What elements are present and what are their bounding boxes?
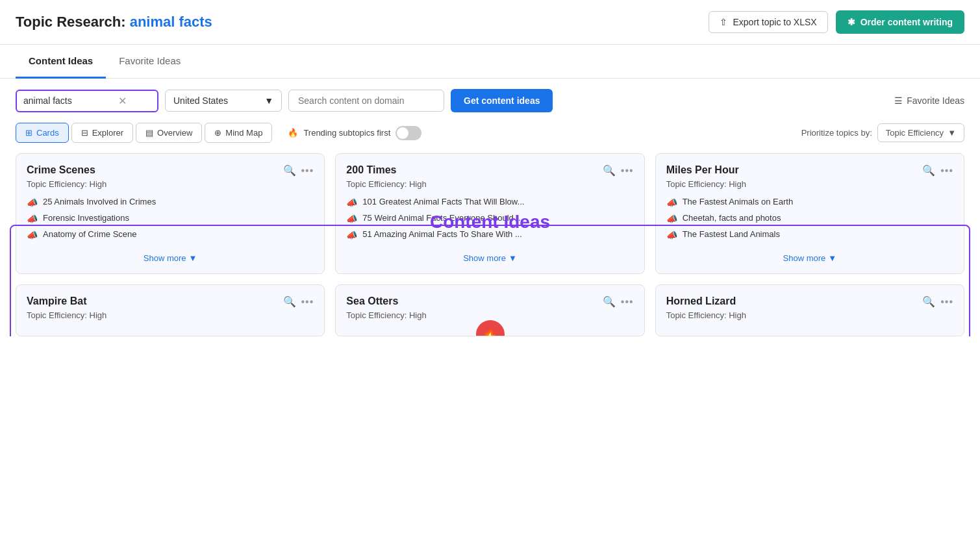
card-header: Sea Otters 🔍 ••• [346, 295, 633, 308]
view-toolbar: ⊞ Cards ⊟ Explorer ▤ Overview ⊕ Mind Map… [0, 123, 980, 153]
keyword-input[interactable] [23, 95, 114, 106]
chevron-down-icon: ▼ [264, 95, 273, 106]
layout-icon: ▤ [145, 128, 153, 138]
mindmap-icon: ⊕ [214, 128, 221, 138]
header-actions: ⇧ Export topic to XLSX ✱ Order content w… [709, 10, 964, 34]
table-icon: ⊟ [81, 128, 88, 138]
card-actions: 🔍 ••• [603, 164, 634, 177]
more-icon[interactable]: ••• [940, 165, 953, 177]
tab-favorite-ideas[interactable]: Favorite Ideas [106, 45, 194, 79]
card-actions: 🔍 ••• [922, 164, 953, 177]
card-actions: 🔍 ••• [922, 295, 953, 308]
card-items: 📣 25 Animals Involved in Crimes 📣 Forens… [27, 197, 314, 240]
view-explorer-button[interactable]: ⊟ Explorer [71, 123, 133, 143]
card-title: 200 Times [346, 164, 396, 176]
show-more-button[interactable]: Show more ▼ [346, 253, 633, 263]
list-item: 📣 75 Weird Animal Facts Everyone Should … [346, 213, 633, 224]
show-more-button[interactable]: Show more ▼ [666, 253, 953, 263]
favorite-ideas-button[interactable]: ☰ Favorite Ideas [894, 95, 964, 106]
list-item: 📣 The Fastest Land Animals [666, 229, 953, 240]
card-header: Crime Scenes 🔍 ••• [27, 164, 314, 177]
card-title: Sea Otters [346, 295, 398, 307]
list-item: 📣 51 Amazing Animal Facts To Share With … [346, 229, 633, 240]
card-efficiency: Topic Efficiency: High [346, 310, 633, 320]
trending-section: 🔥 Trending subtopics first [288, 126, 421, 140]
cards-grid: Crime Scenes 🔍 ••• Topic Efficiency: Hig… [16, 153, 964, 336]
search-icon[interactable]: 🔍 [922, 164, 935, 177]
card-header: Miles Per Hour 🔍 ••• [666, 164, 953, 177]
search-icon[interactable]: 🔍 [922, 295, 935, 308]
order-icon: ✱ [848, 17, 855, 27]
grid-icon: ⊞ [25, 128, 32, 138]
tabs: Content Ideas Favorite Ideas [0, 45, 980, 79]
list-item: 📣 25 Animals Involved in Crimes [27, 197, 314, 208]
cards-container: Content Ideas Crime Scenes 🔍 ••• Topic E… [0, 153, 980, 336]
page-title: Topic Research: animal facts [16, 14, 212, 31]
card-efficiency: Topic Efficiency: High [666, 310, 953, 320]
prioritize-section: Prioritize topics by: Topic Efficiency ▼ [801, 123, 964, 142]
list-item: 📣 Cheetah, facts and photos [666, 213, 953, 224]
trending-toggle[interactable] [396, 126, 421, 140]
export-icon: ⇧ [720, 17, 727, 27]
tab-content-ideas[interactable]: Content Ideas [16, 45, 106, 79]
list-item: 📣 The Fastest Animals on Earth [666, 197, 953, 208]
card-efficiency: Topic Efficiency: High [27, 310, 314, 320]
card-vampire-bat: Vampire Bat 🔍 ••• Topic Efficiency: High [16, 284, 325, 336]
megaphone-icon: 📣 [27, 230, 38, 240]
keyword-search-box: ✕ [16, 90, 158, 112]
show-more-button[interactable]: Show more ▼ [27, 253, 314, 263]
list-icon: ☰ [894, 95, 903, 106]
header: Topic Research: animal facts ⇧ Export to… [0, 0, 980, 45]
list-item: 📣 Anatomy of Crime Scene [27, 229, 314, 240]
view-mindmap-button[interactable]: ⊕ Mind Map [205, 123, 272, 143]
card-footer: Show more ▼ [27, 245, 314, 263]
megaphone-icon: 📣 [666, 230, 677, 240]
more-icon[interactable]: ••• [621, 296, 634, 308]
search-icon[interactable]: 🔍 [603, 295, 616, 308]
clear-icon[interactable]: ✕ [118, 95, 127, 107]
export-button[interactable]: ⇧ Export topic to XLSX [709, 11, 827, 33]
search-toolbar: ✕ United States ▼ Get content ideas ☰ Fa… [0, 79, 980, 123]
card-footer: Show more ▼ [666, 245, 953, 263]
megaphone-icon: 📣 [27, 197, 38, 208]
view-overview-button[interactable]: ▤ Overview [136, 123, 202, 143]
get-ideas-button[interactable]: Get content ideas [451, 89, 553, 112]
list-item: 📣 Forensic Investigations [27, 213, 314, 224]
priority-dropdown[interactable]: Topic Efficiency ▼ [877, 123, 964, 142]
card-header: 200 Times 🔍 ••• [346, 164, 633, 177]
chevron-down-icon: ▼ [509, 253, 517, 263]
card-actions: 🔍 ••• [283, 295, 314, 308]
country-dropdown[interactable]: United States ▼ [165, 90, 282, 112]
megaphone-icon: 📣 [27, 214, 38, 224]
card-items: 📣 The Fastest Animals on Earth 📣 Cheetah… [666, 197, 953, 240]
domain-search-input[interactable] [288, 90, 444, 112]
search-icon[interactable]: 🔍 [283, 295, 296, 308]
card-title: Vampire Bat [27, 295, 86, 307]
megaphone-icon: 📣 [346, 230, 357, 240]
megaphone-icon: 📣 [346, 197, 357, 208]
more-icon[interactable]: ••• [940, 296, 953, 308]
order-button[interactable]: ✱ Order content writing [836, 10, 964, 34]
card-title: Crime Scenes [27, 164, 95, 176]
trending-fire-button[interactable]: 🔥 [476, 320, 505, 336]
chevron-down-icon: ▼ [828, 253, 836, 263]
card-miles-per-hour: Miles Per Hour 🔍 ••• Topic Efficiency: H… [655, 153, 964, 274]
more-icon[interactable]: ••• [621, 165, 634, 177]
card-items: 📣 101 Greatest Animal Facts That Will Bl… [346, 197, 633, 240]
card-horned-lizard: Horned Lizard 🔍 ••• Topic Efficiency: Hi… [655, 284, 964, 336]
card-header: Horned Lizard 🔍 ••• [666, 295, 953, 308]
card-efficiency: Topic Efficiency: High [27, 179, 314, 189]
more-icon[interactable]: ••• [301, 296, 314, 308]
list-item: 📣 101 Greatest Animal Facts That Will Bl… [346, 197, 633, 208]
more-icon[interactable]: ••• [301, 165, 314, 177]
card-sea-otters: Sea Otters 🔍 ••• Topic Efficiency: High … [335, 284, 644, 336]
card-actions: 🔍 ••• [283, 164, 314, 177]
card-actions: 🔍 ••• [603, 295, 634, 308]
megaphone-icon: 📣 [666, 214, 677, 224]
search-icon[interactable]: 🔍 [283, 164, 296, 177]
fire-icon: 🔥 [288, 128, 298, 138]
megaphone-icon: 📣 [346, 214, 357, 224]
card-header: Vampire Bat 🔍 ••• [27, 295, 314, 308]
search-icon[interactable]: 🔍 [603, 164, 616, 177]
view-cards-button[interactable]: ⊞ Cards [16, 123, 69, 143]
